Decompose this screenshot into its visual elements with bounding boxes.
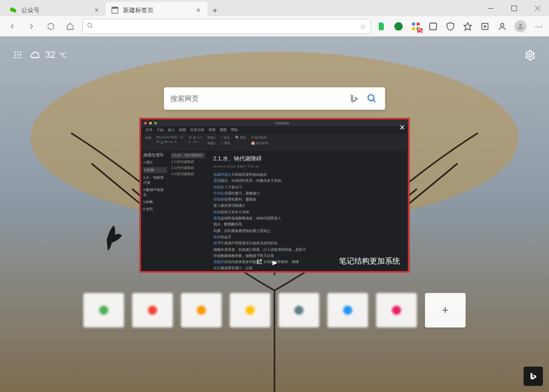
onenote-ribbon: 粘贴 Microsoft YaHei 11B I U abc x₂ · A · … xyxy=(141,134,408,151)
svg-point-32 xyxy=(529,54,532,57)
svg-point-26 xyxy=(14,54,16,56)
close-icon[interactable]: × xyxy=(93,6,101,14)
note-line: 低渗性脱水又称低容量性低钠血症 xyxy=(214,172,402,177)
note-line: 表现⾎钠降低细胞饱满多，钠钠可致昏迷人 xyxy=(214,216,402,221)
quicklink-tile[interactable] xyxy=(376,293,417,328)
profile-avatar[interactable] xyxy=(514,20,527,32)
forward-button[interactable] xyxy=(24,19,39,34)
quicklink-tile[interactable] xyxy=(132,293,173,328)
search-icon xyxy=(87,22,94,30)
svg-point-25 xyxy=(20,51,21,53)
temperature-unit: ℃ xyxy=(59,51,67,59)
promo-overlay: × OneNote 文件 开始 插入 绘图 历史记录 审阅 视图 帮助 粘贴 M… xyxy=(140,118,410,273)
address-input[interactable] xyxy=(97,22,357,30)
extension-green-icon[interactable] xyxy=(393,21,404,31)
add-quicklink-button[interactable]: + xyxy=(425,293,466,328)
quicklink-tile[interactable] xyxy=(279,293,319,328)
onenote-title: OneNote xyxy=(160,121,405,125)
svg-rect-11 xyxy=(412,22,415,25)
menu-button[interactable]: ⋯ xyxy=(534,21,544,31)
minimize-button[interactable] xyxy=(479,0,502,16)
svg-point-10 xyxy=(394,22,403,30)
section-item: 6.发热 xyxy=(143,207,167,212)
ribbon-tab: 插入 xyxy=(168,127,175,133)
svg-point-27 xyxy=(17,54,19,56)
refresh-button[interactable] xyxy=(44,19,58,34)
back-button[interactable] xyxy=(5,19,19,34)
svg-point-23 xyxy=(14,51,16,53)
mac-close-icon xyxy=(144,122,147,124)
browser-toolbar: ☆ 5 ⋯ xyxy=(0,16,549,37)
page-item: 2.2.钾代谢障碍 xyxy=(171,160,205,165)
overlay-close-button[interactable]: × xyxy=(400,122,405,133)
ribbon-tab: 审阅 xyxy=(208,127,216,133)
svg-line-34 xyxy=(373,100,375,102)
quicklink-tile[interactable] xyxy=(230,293,270,328)
apps-grid-icon[interactable] xyxy=(13,50,23,60)
svg-point-28 xyxy=(20,54,21,56)
open-external-icon[interactable] xyxy=(256,258,262,266)
note-line: 经肾脏使用利尿剂、重吸收 xyxy=(214,197,402,202)
evernote-icon[interactable] xyxy=(376,21,386,31)
temperature-value: 32 xyxy=(45,50,55,60)
quicklink-tile[interactable] xyxy=(181,293,222,328)
svg-rect-5 xyxy=(511,6,516,11)
extension-grid-icon[interactable]: 5 xyxy=(411,21,421,31)
section-item: 1.绪论 xyxy=(143,160,167,165)
ribbon-tab: 开始 xyxy=(157,127,164,133)
ntp-search-input[interactable] xyxy=(170,94,349,103)
onenote-ribbon-tabs: 文件 开始 插入 绘图 历史记录 审阅 视图 帮助 xyxy=(141,126,408,134)
svg-line-9 xyxy=(91,26,93,28)
note-line: 处理不易渴不明显是水往低处流浓转的浓。 xyxy=(214,241,402,246)
onenote-page-list: 2.1.水、钠代谢障碍 2.2.钾代谢障碍 2.3.钙代谢障碍 2.4.镁代谢障… xyxy=(169,151,207,271)
svg-point-29 xyxy=(14,57,16,58)
tab-label: 新建标签页 xyxy=(123,6,190,15)
note-line: 经消化道呕吐腹泻，肠瘘减少 xyxy=(214,191,402,196)
maximize-button[interactable] xyxy=(502,0,526,16)
svg-point-8 xyxy=(88,23,92,27)
note-line: 临床低血压 xyxy=(214,235,402,240)
bing-corner-button[interactable] xyxy=(524,367,543,386)
note-line: 原因脱水、水钠同时丢失，但脑水多于失钠。 xyxy=(214,178,402,183)
close-window-button[interactable] xyxy=(526,0,549,16)
section-item: 5.缺氧 xyxy=(143,200,167,205)
ribbon-tab: 绘图 xyxy=(179,127,186,133)
note-line: 脱水、醛固酮升高 xyxy=(214,222,402,227)
quicklink-tile[interactable] xyxy=(327,293,368,328)
extension-shield-icon[interactable] xyxy=(445,21,455,31)
address-bar[interactable]: ☆ xyxy=(82,19,371,34)
close-icon[interactable]: × xyxy=(194,6,202,14)
search-submit-icon[interactable] xyxy=(365,91,379,106)
svg-point-31 xyxy=(20,57,21,58)
personal-button[interactable] xyxy=(497,21,507,31)
wechat-icon xyxy=(9,6,17,14)
ntp-search-box[interactable] xyxy=(164,87,385,110)
favorites-button[interactable] xyxy=(463,21,473,31)
weather-widget[interactable]: 32 ℃ xyxy=(30,49,67,60)
new-tab-page: 32 ℃ × OneNote 文件 开始 插入 绘图 历史记录 审阅 视图 帮助 xyxy=(0,37,549,392)
svg-point-24 xyxy=(17,51,19,53)
quicklink-tile[interactable] xyxy=(83,293,124,328)
page-date: 2019年10月13日 星期六 下午1:30 xyxy=(214,165,402,169)
page-title: 2.1.水、钠代谢障碍 xyxy=(214,155,402,162)
onenote-titlebar: OneNote xyxy=(141,119,408,126)
collections-button[interactable] xyxy=(480,21,490,31)
section-item: 2.疾病 xyxy=(143,167,167,173)
home-button[interactable] xyxy=(63,19,77,34)
notebook-name: 病理生理学 xyxy=(143,153,167,158)
mac-max-icon xyxy=(155,122,157,124)
svg-rect-13 xyxy=(412,27,415,30)
play-icon[interactable]: ▶ xyxy=(272,259,277,266)
section-item: 3.水、电解质代谢 xyxy=(143,175,167,185)
favorite-icon[interactable]: ☆ xyxy=(360,22,367,30)
note-line: 肾上腺皮质功能减少 xyxy=(214,203,402,208)
ribbon-tab: 文件 xyxy=(145,127,152,133)
note-line: 利尿，抗利尿激素增加排尿少原则过 xyxy=(214,228,402,234)
settings-gear-icon[interactable] xyxy=(524,49,536,61)
extension-bookmark-icon[interactable] xyxy=(428,21,438,31)
svg-marker-16 xyxy=(464,22,472,30)
svg-point-33 xyxy=(368,95,374,101)
bing-icon xyxy=(349,93,360,104)
ribbon-tab: 历史记录 xyxy=(190,127,204,133)
page-item: 2.3.钙代谢障碍 xyxy=(171,166,205,171)
